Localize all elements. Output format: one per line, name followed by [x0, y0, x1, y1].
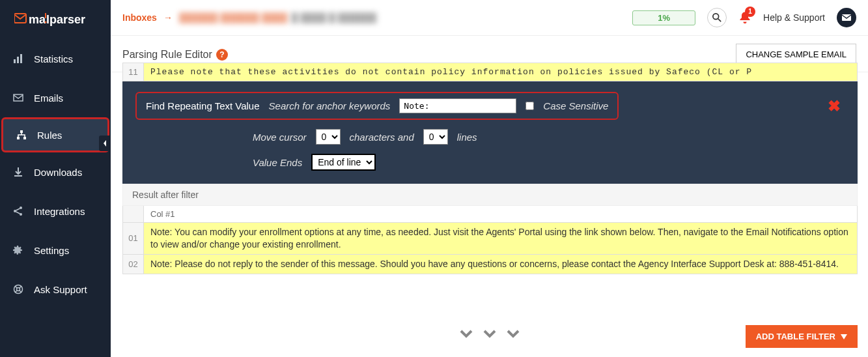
svg-rect-18 [842, 14, 851, 21]
notifications-button[interactable]: 1 [738, 10, 751, 25]
sidebar-item-settings[interactable]: Settings [0, 231, 111, 270]
svg-point-17 [713, 14, 719, 20]
sidebar-item-label: Downloads [34, 167, 82, 178]
svg-rect-7 [20, 54, 22, 63]
rule-title: Find Repeating Text Value [146, 100, 260, 111]
page-title: Parsing Rule Editor [122, 49, 212, 61]
svg-rect-9 [20, 130, 23, 133]
rule-panel: Find Repeating Text Value Search for anc… [122, 81, 858, 184]
sidebar-item-ask-support[interactable]: Ask Support [0, 270, 111, 309]
sitemap-icon [16, 130, 28, 140]
sidebar-item-label: Integrations [34, 206, 85, 217]
svg-rect-8 [14, 94, 23, 101]
sidebar-item-label: Settings [34, 245, 69, 256]
sidebar-item-label: Rules [37, 130, 62, 141]
breadcrumb-redacted: █ ████ █ ██████ [291, 12, 376, 23]
breadcrumb-root[interactable]: Inboxes [122, 12, 157, 23]
notification-count: 1 [745, 7, 755, 17]
svg-rect-3 [45, 13, 46, 18]
search-button[interactable] [707, 8, 727, 27]
svg-text:ma: ma [29, 13, 46, 26]
sidebar-item-integrations[interactable]: Integrations [0, 192, 111, 231]
download-icon [13, 167, 25, 177]
sidebar-item-downloads[interactable]: Downloads [0, 152, 111, 192]
search-icon [712, 13, 721, 22]
svg-rect-11 [23, 137, 26, 139]
chevron-down-icon [460, 330, 473, 339]
sidebar-item-label: Statistics [34, 53, 73, 64]
result-column-header: Col #1 [123, 206, 857, 222]
move-chars-select[interactable]: 0 [316, 129, 341, 145]
result-header: Result after filter [122, 184, 858, 206]
help-icon[interactable]: ? [216, 49, 228, 61]
rule-highlight-box: Find Repeating Text Value Search for anc… [135, 92, 619, 120]
sample-text: Please note that these activities do not… [144, 63, 857, 81]
chevron-left-icon [102, 139, 107, 147]
value-ends-label: Value Ends [253, 157, 302, 168]
sidebar-item-statistics[interactable]: Statistics [0, 39, 111, 78]
case-sensitive-label: Case Sensitive [543, 100, 608, 111]
arrow-right-icon: → [163, 12, 173, 23]
lines-label: lines [457, 132, 477, 143]
main: Inboxes → ██████ ██████ ████ █ ████ █ ██… [111, 0, 868, 357]
line-number: 11 [123, 63, 144, 81]
chevron-down-icon [483, 330, 496, 339]
gear-icon [13, 245, 25, 255]
logo[interactable]: ma lparser [0, 0, 111, 39]
avatar[interactable] [837, 8, 856, 27]
chars-and-label: characters and [350, 132, 414, 143]
result-table: Col #1 01 Note: You can modify your enro… [122, 206, 858, 274]
help-link[interactable]: Help & Support [763, 12, 825, 23]
svg-point-16 [17, 288, 20, 291]
button-label: ADD TABLE FILTER [756, 332, 835, 341]
life-ring-icon [13, 284, 25, 294]
breadcrumb: Inboxes → ██████ ██████ ████ █ ████ █ ██… [122, 12, 376, 23]
caret-down-icon [841, 334, 847, 339]
move-cursor-label: Move cursor [253, 132, 307, 143]
add-table-filter-button[interactable]: ADD TABLE FILTER [746, 325, 858, 348]
table-row: 02 Note: Please do not reply to the send… [123, 254, 857, 274]
svg-rect-10 [17, 137, 20, 139]
chart-icon [13, 53, 25, 64]
case-sensitive-checkbox[interactable] [525, 102, 534, 110]
value-ends-select[interactable]: End of line [311, 154, 376, 171]
row-value: Note: You can modify your enrollment opt… [144, 223, 857, 254]
collapse-sidebar-handle[interactable] [99, 136, 111, 151]
sidebar-item-rules[interactable]: Rules [1, 117, 109, 152]
move-lines-select[interactable]: 0 [423, 129, 448, 145]
svg-rect-5 [14, 59, 16, 63]
search-label: Search for anchor keywords [269, 100, 391, 111]
sidebar-item-label: Emails [34, 93, 63, 104]
row-number: 01 [123, 223, 144, 254]
chevron-down-icon [507, 330, 520, 339]
sample-line: 11 Please note that these activities do … [122, 63, 858, 81]
envelope-icon [841, 12, 852, 23]
content: 11 Please note that these activities do … [122, 63, 858, 357]
share-icon [13, 206, 25, 216]
sidebar-item-label: Ask Support [34, 284, 87, 295]
row-number: 02 [123, 255, 144, 274]
row-value: Note: Please do not reply to the sender … [144, 255, 857, 274]
sidebar-item-emails[interactable]: Emails [0, 78, 111, 117]
remove-rule-button[interactable]: ✖ [828, 97, 845, 115]
svg-point-4 [45, 21, 47, 23]
envelope-icon [13, 93, 25, 103]
anchor-keywords-input[interactable] [399, 98, 516, 113]
table-row: 01 Note: You can modify your enrollment … [123, 222, 857, 254]
breadcrumb-redacted: ██████ ██████ ████ [179, 12, 287, 23]
sidebar: ma lparser Statistics Emails Rules Downl… [0, 0, 111, 357]
expand-chevrons[interactable] [460, 330, 520, 339]
column-label: Col #1 [144, 206, 857, 222]
svg-text:lparser: lparser [46, 13, 85, 26]
progress-badge[interactable]: 1% [632, 10, 695, 25]
svg-rect-6 [17, 57, 19, 63]
topbar: Inboxes → ██████ ██████ ████ █ ████ █ ██… [111, 0, 868, 36]
